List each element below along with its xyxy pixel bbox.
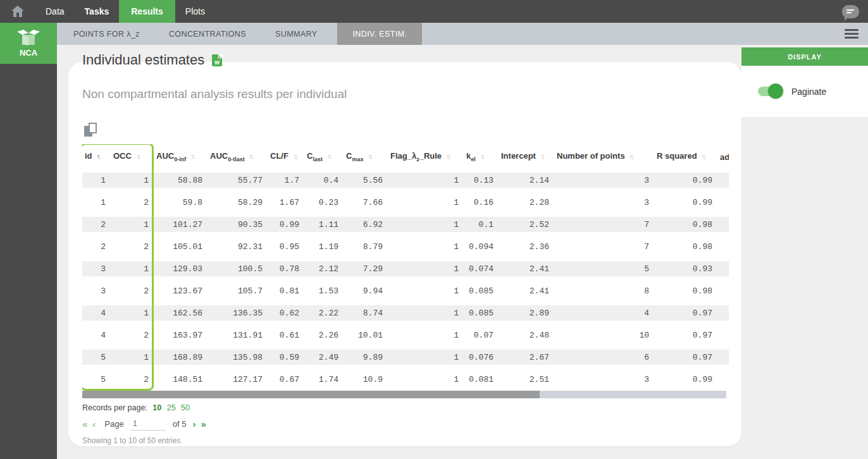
table-cell: 6.92	[344, 214, 388, 236]
sort-icon[interactable]: ↑↓	[136, 152, 139, 160]
column-header-kel[interactable]: kel↑↓	[464, 144, 499, 169]
table-cell: 1.7	[268, 169, 304, 192]
paginate-toggle[interactable]	[758, 87, 781, 96]
table-cell: 0.61	[268, 324, 304, 346]
display-panel-body: Paginate	[741, 66, 868, 117]
table-cell: 4	[82, 324, 111, 346]
column-header-id[interactable]: id↑↓	[82, 144, 111, 169]
table-cell: 0.59	[268, 346, 304, 369]
table-cell: 2.41	[499, 280, 554, 302]
prev-page-button[interactable]: ‹	[92, 419, 96, 429]
entries-summary: Showing 1 to 10 of 50 entries	[82, 436, 180, 445]
main-content-area: Individual estimates w Non compartmental…	[57, 45, 868, 459]
results-tab-bar: POINTS FOR λ_z CONCENTRATIONS SUMMARY IN…	[57, 23, 868, 45]
records-option-25[interactable]: 25	[167, 403, 176, 412]
table-cell: 6	[554, 346, 654, 369]
first-page-button[interactable]: «	[82, 419, 87, 429]
copy-table-icon[interactable]	[84, 123, 97, 137]
word-export-icon[interactable]: w	[212, 54, 222, 66]
sort-icon[interactable]: ↑↓	[702, 152, 705, 160]
nca-module-button[interactable]: NCA	[0, 23, 57, 64]
tab-summary[interactable]: SUMMARY	[263, 23, 330, 45]
table-cell	[717, 192, 729, 214]
table-row: 21101.2790.350.991.116.9210.12.5270.98	[82, 214, 729, 236]
nav-item-plots[interactable]: Plots	[175, 0, 215, 23]
table-cell: 105.7	[208, 280, 268, 302]
horizontal-scrollbar-thumb[interactable]	[82, 391, 540, 398]
column-header-clast[interactable]: Clast↑↓	[304, 144, 344, 169]
table-cell	[717, 302, 729, 324]
nav-item-tasks[interactable]: Tasks	[75, 0, 120, 23]
table-cell: 7	[554, 214, 654, 236]
records-per-page: Records per page: 10 25 50	[82, 403, 190, 412]
column-header-number-of-points[interactable]: Number of points↑↓	[554, 144, 654, 169]
table-cell: 2.41	[499, 258, 554, 280]
column-header-r-squared[interactable]: R squared↑↓	[654, 144, 717, 169]
table-cell: 148.51	[154, 369, 208, 391]
last-page-button[interactable]: »	[201, 419, 206, 429]
table-cell: 2	[111, 280, 154, 302]
table-cell: 0.97	[654, 302, 717, 324]
sort-icon[interactable]: ↑↓	[480, 152, 483, 160]
table-cell: 1.11	[304, 214, 344, 236]
table-cell: 8	[554, 280, 654, 302]
table-cell: 58.29	[208, 192, 268, 214]
column-header-flag-lambda-z-rule[interactable]: Flag_λz_Rule↑↓	[388, 144, 464, 169]
chat-bubble-icon[interactable]	[842, 5, 859, 18]
records-option-10[interactable]: 10	[152, 403, 161, 412]
table-cell: 0.97	[654, 324, 717, 346]
column-header-clipped[interactable]: ad	[717, 144, 729, 169]
tab-indiv-estim[interactable]: INDIV. ESTIM.	[337, 23, 422, 45]
next-page-button[interactable]: ›	[192, 419, 195, 429]
table-cell: 0.23	[304, 192, 344, 214]
sort-icon[interactable]: ↑↓	[249, 152, 252, 160]
table-cell: 90.35	[208, 214, 268, 236]
table-cell: 0.07	[464, 324, 499, 346]
page-title-text: Individual estimates	[82, 52, 204, 68]
sort-icon[interactable]: ↑↓	[629, 152, 633, 160]
page-title: Individual estimates w	[82, 52, 222, 68]
home-button[interactable]	[0, 0, 35, 23]
table-cell: 1	[388, 324, 464, 346]
hamburger-menu-icon[interactable]	[845, 27, 859, 40]
nav-item-results[interactable]: Results	[119, 0, 175, 23]
table-cell: 0.78	[268, 258, 304, 280]
table-cell: 2.89	[499, 302, 554, 324]
sort-icon[interactable]: ↑↓	[190, 152, 194, 160]
table-cell: 2.14	[499, 169, 554, 192]
sort-icon[interactable]: ↑↓	[327, 152, 330, 160]
table-cell: 8.74	[344, 302, 388, 324]
column-header-auc0inf[interactable]: AUC0-inf↑↓	[154, 144, 208, 169]
page-number-input[interactable]	[130, 417, 165, 431]
table-cell: 0.094	[464, 236, 499, 258]
table-row: 1259.858.291.670.237.6610.162.2830.99	[82, 192, 729, 214]
column-header-occ[interactable]: OCC↑↓	[111, 144, 154, 169]
table-cell: 7.29	[344, 258, 388, 280]
table-body: 1158.8855.771.70.45.5610.132.1430.991259…	[82, 169, 729, 391]
column-header-auc0tlast[interactable]: AUC0-tlast↑↓	[208, 144, 268, 169]
sort-icon[interactable]: ↑↓	[540, 152, 543, 160]
tab-concentrations[interactable]: CONCENTRATIONS	[156, 23, 259, 45]
column-header-clf[interactable]: CL/F↑↓	[268, 144, 304, 169]
column-header-intercept[interactable]: Intercept↑↓	[499, 144, 554, 169]
table-cell: 163.97	[154, 324, 208, 346]
tab-points-for-lambda-z[interactable]: POINTS FOR λ_z	[61, 23, 152, 45]
sort-icon[interactable]: ↑↓	[97, 152, 100, 160]
records-option-50[interactable]: 50	[181, 403, 190, 412]
table-cell: 5	[82, 346, 111, 369]
nav-item-data[interactable]: Data	[35, 0, 75, 23]
column-header-cmax[interactable]: Cmax↑↓	[344, 144, 388, 169]
topbar-spacer	[215, 0, 842, 23]
sort-icon[interactable]: ↑↓	[368, 152, 371, 160]
table-cell: 5	[554, 258, 654, 280]
table-cell: 0.085	[464, 302, 499, 324]
table-cell: 2.49	[304, 346, 344, 369]
sort-icon[interactable]: ↑↓	[446, 152, 449, 160]
table-cell: 55.77	[208, 169, 268, 192]
sort-icon[interactable]: ↑↓	[293, 152, 296, 160]
table-row: 42163.97131.910.612.2610.0110.072.48100.…	[82, 324, 729, 346]
package-box-icon	[17, 30, 40, 46]
table-cell: 0.99	[654, 369, 717, 391]
horizontal-scrollbar-track[interactable]	[82, 391, 726, 398]
display-panel: DISPLAY Paginate	[741, 47, 868, 117]
